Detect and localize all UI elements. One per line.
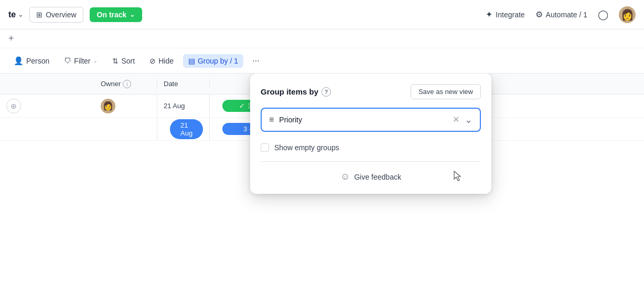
show-empty-checkbox[interactable] [261, 143, 269, 152]
add-row-label: + [8, 33, 14, 44]
priority-actions: ✕ ⌄ [453, 114, 473, 126]
feedback-row[interactable]: ☺ Give feedback [261, 167, 481, 183]
comment-button[interactable]: ◯ [598, 9, 608, 20]
filter-chevron-icon: ⌄ [93, 57, 98, 64]
filter-icon: ⛉ [64, 57, 71, 65]
sort-label: Sort [121, 57, 135, 65]
comment-icon: ◯ [598, 9, 608, 20]
priority-list-icon: ≡ [269, 115, 274, 124]
more-icon: ··· [252, 56, 259, 66]
row-date-1: 21 Aug [157, 95, 210, 117]
top-bar-right: ✦ Integrate ⚙ Automate / 1 ◯ 👩 [486, 6, 636, 23]
title-chevron-icon[interactable]: ⌄ [18, 11, 23, 18]
col-owner-label: Owner [101, 80, 121, 88]
dropdown-title: Group items by ? [261, 87, 331, 97]
on-track-label: On track [97, 11, 127, 19]
sort-button[interactable]: ⇅ Sort [107, 54, 140, 68]
priority-chevron-icon[interactable]: ⌄ [465, 114, 473, 126]
owner-info-icon[interactable]: i [123, 80, 131, 88]
priority-selector[interactable]: ≡ Priority ✕ ⌄ [261, 108, 481, 132]
integrate-icon: ✦ [486, 9, 492, 19]
hide-icon: ⊘ [149, 57, 156, 65]
save-view-button[interactable]: Save as new view [411, 84, 481, 99]
top-bar: te ⌄ ⊞ Overview On track ⌄ ✦ Integrate ⚙… [0, 0, 644, 29]
priority-left: ≡ Priority [269, 115, 302, 124]
person-icon: 👤 [14, 56, 24, 66]
automate-label: Automate / 1 [546, 11, 587, 19]
filter-button[interactable]: ⛉ Filter ⌄ [59, 54, 103, 68]
dropdown-divider [261, 161, 481, 162]
person-label: Person [26, 57, 49, 65]
sort-icon: ⇅ [112, 57, 119, 65]
more-button[interactable]: ··· [248, 53, 264, 69]
hide-button[interactable]: ⊘ Hide [144, 54, 179, 68]
group-by-button[interactable]: ▤ Group by / 1 [183, 54, 243, 68]
show-empty-label: Show empty groups [274, 143, 339, 152]
row-date-value-1: 21 Aug [164, 102, 185, 110]
row-owner-1: 👩 [94, 95, 157, 117]
feedback-icon: ☺ [340, 171, 350, 182]
add-icon: ⊕ [10, 102, 17, 110]
col-date-header: Date [157, 80, 210, 88]
integrate-label: Integrate [496, 11, 524, 19]
toolbar-row: 👤 Person ⛉ Filter ⌄ ⇅ Sort ⊘ Hide ▤ Grou… [0, 48, 644, 74]
help-icon[interactable]: ? [321, 87, 331, 97]
col-date-label: Date [164, 80, 178, 88]
integrate-button[interactable]: ✦ Integrate [486, 9, 524, 19]
grid-icon: ⊞ [36, 11, 42, 19]
row-spacer-1: ⊕ [0, 99, 94, 113]
feedback-label: Give feedback [354, 173, 401, 181]
show-empty-row: Show empty groups [261, 139, 481, 156]
dropdown-title-label: Group items by [261, 87, 318, 96]
date-badge: 21 Aug [170, 119, 203, 139]
avatar[interactable]: 👩 [619, 6, 636, 23]
col-owner-header: Owner i [94, 80, 157, 88]
title-text: te [8, 10, 16, 19]
owner-avatar-1: 👩 [101, 99, 115, 113]
add-item-button[interactable]: ⊕ [6, 99, 21, 113]
table-area: Owner i Date Timeline i ⊕ 👩 21 Aug ✓ 3 -… [0, 74, 644, 281]
priority-label: Priority [279, 116, 302, 124]
save-view-label: Save as new view [418, 88, 473, 96]
dropdown-panel: Group items by ? Save as new view ≡ Prio… [250, 74, 491, 194]
dropdown-header: Group items by ? Save as new view [261, 84, 481, 99]
add-row[interactable]: + [0, 29, 644, 48]
check-icon: ✓ [239, 102, 245, 110]
overview-label: Overview [46, 11, 76, 19]
date-badge-value: 21 Aug [180, 121, 192, 137]
group-by-icon: ▤ [188, 57, 195, 65]
automate-button[interactable]: ⚙ Automate / 1 [535, 9, 587, 19]
hide-label: Hide [158, 57, 174, 65]
top-bar-left: te ⌄ ⊞ Overview On track ⌄ [8, 7, 142, 23]
automate-icon: ⚙ [535, 9, 543, 19]
on-track-chevron-icon: ⌄ [130, 11, 135, 18]
on-track-button[interactable]: On track ⌄ [90, 7, 143, 22]
app-title: te ⌄ [8, 10, 23, 19]
overview-button[interactable]: ⊞ Overview [29, 7, 83, 23]
group-by-label: Group by / 1 [198, 57, 238, 65]
person-button[interactable]: 👤 Person [8, 54, 55, 68]
clear-priority-icon[interactable]: ✕ [453, 116, 459, 124]
filter-label: Filter [74, 57, 90, 65]
